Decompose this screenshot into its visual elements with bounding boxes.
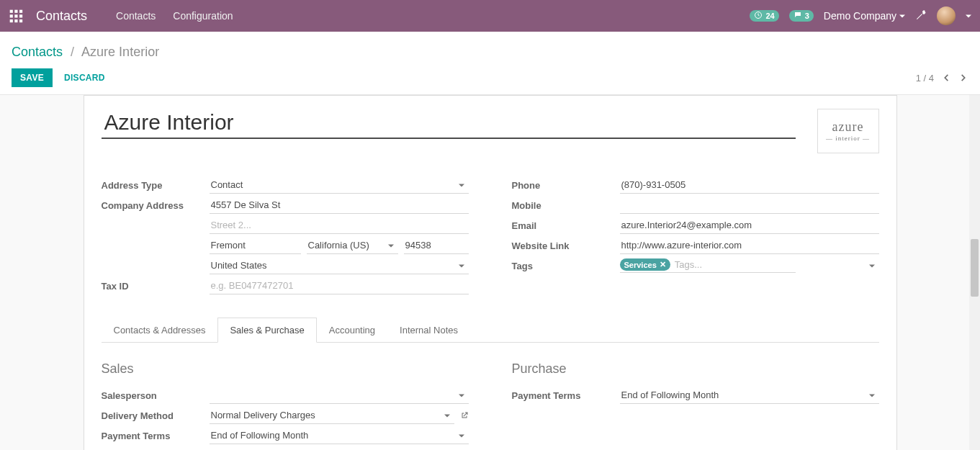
pager-prev-icon[interactable] [941,73,951,83]
svg-rect-3 [10,14,13,17]
top-nav: Contacts Contacts Configuration 24 3 Dem… [0,0,980,32]
mobile-label: Mobile [512,200,620,211]
sales-payment-terms-select[interactable] [210,427,469,444]
save-button[interactable]: SAVE [12,68,53,87]
external-link-icon[interactable] [460,411,469,420]
logo-sub: — interior — [826,135,870,142]
notebook-tabs: Contacts & Addresses Sales & Purchase Ac… [102,318,879,343]
apps-icon[interactable] [9,9,23,23]
street2-input[interactable] [210,217,469,234]
tab-contacts-addresses[interactable]: Contacts & Addresses [102,318,218,343]
country-select[interactable] [210,257,469,274]
form-scroll[interactable]: azure — interior — Address Type Company … [0,95,980,450]
nav-item-contacts[interactable]: Contacts [116,10,156,22]
email-label: Email [512,220,620,231]
pricelist-select[interactable] [210,447,454,450]
pager-position: 1 / 4 [916,73,934,84]
address-type-label: Address Type [102,180,210,191]
clock-icon [754,11,763,21]
zip-input[interactable] [404,237,469,254]
tax-id-label: Tax ID [102,281,210,292]
chat-icon [794,11,802,21]
tags-input[interactable] [675,259,796,270]
tag-chip: Services ✕ [620,258,670,271]
sales-section: Sales Salesperson Delivery Method [102,361,469,450]
email-input[interactable] [620,217,879,234]
website-input[interactable] [620,237,879,254]
scrollbar-thumb[interactable] [971,239,979,297]
company-label: Demo Company [824,10,896,22]
city-input[interactable] [210,237,301,254]
salesperson-select[interactable] [210,387,469,404]
contact-logo[interactable]: azure — interior — [817,109,879,153]
breadcrumb-current: Azure Interior [81,45,159,59]
tag-text: Services [624,261,657,269]
svg-rect-7 [14,19,17,22]
tag-remove-icon[interactable]: ✕ [660,260,666,269]
discard-button[interactable]: DISCARD [64,73,105,83]
svg-rect-2 [19,10,22,13]
salesperson-label: Salesperson [102,390,210,401]
tab-accounting[interactable]: Accounting [317,318,387,343]
left-column: Address Type Company Address [102,175,469,296]
user-avatar[interactable] [937,6,956,25]
svg-rect-0 [10,10,13,13]
user-caret-icon [966,11,971,22]
website-label: Website Link [512,240,620,251]
state-select[interactable] [307,237,398,254]
logo-word: azure [832,120,864,133]
delivery-method-select[interactable] [210,407,454,424]
tags-field[interactable]: Services ✕ [620,258,796,273]
nav-item-configuration[interactable]: Configuration [173,10,233,22]
nav-menu: Contacts Configuration [116,10,233,22]
breadcrumb: Contacts / Azure Interior [12,45,968,60]
activity-count: 24 [765,12,774,20]
form-sheet: azure — interior — Address Type Company … [84,95,897,450]
tab-sales-purchase[interactable]: Sales & Purchase [217,318,316,343]
messages-count: 3 [805,12,809,20]
breadcrumb-separator: / [71,45,74,59]
delivery-method-label: Delivery Method [102,410,210,421]
svg-rect-8 [19,19,22,22]
caret-down-icon [869,261,875,271]
pager-next-icon[interactable] [958,73,968,83]
tab-internal-notes[interactable]: Internal Notes [387,318,470,343]
caret-down-icon [899,10,905,22]
mobile-input[interactable] [620,197,879,214]
sales-payment-terms-label: Payment Terms [102,431,210,441]
pager: 1 / 4 [916,73,968,84]
messages-badge[interactable]: 3 [789,10,814,22]
phone-label: Phone [512,180,620,191]
right-column: Phone Mobile Email Website Link Tags [512,175,879,296]
company-address-label: Company Address [102,200,210,211]
control-bar: Contacts / Azure Interior SAVE DISCARD 1… [0,32,980,95]
breadcrumb-root[interactable]: Contacts [12,45,63,59]
sales-title: Sales [102,361,469,377]
purchase-section: Purchase Payment Terms [512,361,879,450]
tags-label: Tags [512,261,620,271]
svg-rect-6 [10,19,13,22]
purchase-payment-terms-select[interactable] [620,387,879,404]
brand-label: Contacts [36,9,87,24]
phone-input[interactable] [620,176,879,194]
tax-id-input[interactable] [210,277,469,294]
company-switcher[interactable]: Demo Company [824,10,905,22]
svg-rect-4 [14,14,17,17]
address-type-select[interactable] [210,176,469,194]
purchase-payment-terms-label: Payment Terms [512,390,620,401]
contact-name-input[interactable] [102,109,796,139]
street1-input[interactable] [210,197,469,214]
purchase-title: Purchase [512,361,879,377]
svg-rect-1 [14,10,17,13]
scrollbar-track[interactable] [969,95,980,450]
developer-tools-icon[interactable] [915,9,927,23]
activity-badge[interactable]: 24 [750,10,778,22]
svg-rect-5 [19,14,22,17]
